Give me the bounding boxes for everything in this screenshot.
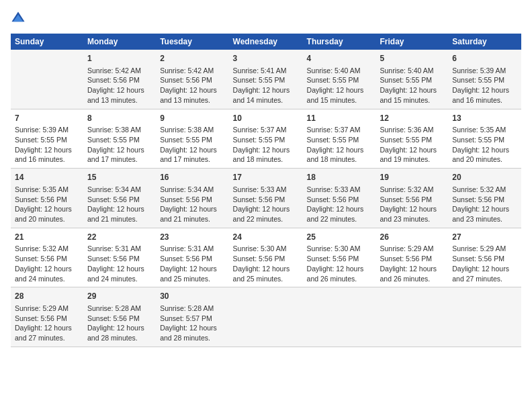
cell-4-5: 25Sunrise: 5:30 AM Sunset: 5:56 PM Dayli… [303,228,376,287]
day-number: 9 [160,113,224,124]
cell-info: Sunrise: 5:35 AM Sunset: 5:56 PM Dayligh… [15,185,79,224]
cell-info: Sunrise: 5:40 AM Sunset: 5:55 PM Dayligh… [380,66,444,105]
cell-info: Sunrise: 5:37 AM Sunset: 5:55 PM Dayligh… [233,125,299,165]
day-number: 28 [15,291,79,302]
cell-info: Sunrise: 5:29 AM Sunset: 5:56 PM Dayligh… [452,244,517,283]
cell-4-3: 23Sunrise: 5:31 AM Sunset: 5:56 PM Dayli… [156,228,228,287]
cell-4-1: 21Sunrise: 5:32 AM Sunset: 5:56 PM Dayli… [11,228,83,287]
cell-info: Sunrise: 5:30 AM Sunset: 5:56 PM Dayligh… [307,244,372,283]
day-number: 11 [307,113,372,124]
day-number: 4 [307,53,372,64]
cell-5-2: 29Sunrise: 5:28 AM Sunset: 5:56 PM Dayli… [83,287,156,347]
cell-info: Sunrise: 5:28 AM Sunset: 5:57 PM Dayligh… [160,304,224,343]
cell-info: Sunrise: 5:29 AM Sunset: 5:56 PM Dayligh… [15,304,79,343]
day-number: 23 [160,232,224,243]
day-number: 3 [233,53,299,64]
day-number: 14 [15,172,79,183]
day-number: 2 [160,53,224,64]
day-number: 13 [452,113,517,124]
cell-info: Sunrise: 5:32 AM Sunset: 5:56 PM Dayligh… [452,185,517,224]
day-number: 5 [380,53,444,64]
cell-2-2: 8Sunrise: 5:38 AM Sunset: 5:55 PM Daylig… [83,109,156,169]
cell-5-1: 28Sunrise: 5:29 AM Sunset: 5:56 PM Dayli… [11,287,83,347]
day-number: 30 [160,291,224,302]
col-header-sunday: Sunday [11,34,83,50]
day-number: 15 [87,172,152,183]
calendar-table: SundayMondayTuesdayWednesdayThursdayFrid… [11,34,521,347]
cell-info: Sunrise: 5:37 AM Sunset: 5:55 PM Dayligh… [307,125,372,165]
day-number: 20 [452,172,517,183]
col-header-friday: Friday [375,34,448,50]
day-number: 19 [380,172,444,183]
cell-info: Sunrise: 5:33 AM Sunset: 5:56 PM Dayligh… [307,185,372,224]
header [11,11,521,26]
cell-info: Sunrise: 5:39 AM Sunset: 5:55 PM Dayligh… [452,66,517,105]
cell-info: Sunrise: 5:30 AM Sunset: 5:56 PM Dayligh… [233,244,299,283]
day-number: 6 [452,53,517,64]
cell-info: Sunrise: 5:40 AM Sunset: 5:55 PM Dayligh… [307,66,372,105]
cell-info: Sunrise: 5:38 AM Sunset: 5:55 PM Dayligh… [160,125,224,165]
cell-5-6 [375,287,448,347]
cell-1-5: 4Sunrise: 5:40 AM Sunset: 5:55 PM Daylig… [303,50,376,109]
day-number: 12 [380,113,444,124]
week-row-1: 1Sunrise: 5:42 AM Sunset: 5:56 PM Daylig… [11,50,521,109]
cell-info: Sunrise: 5:33 AM Sunset: 5:56 PM Dayligh… [233,185,299,224]
cell-info: Sunrise: 5:31 AM Sunset: 5:56 PM Dayligh… [87,244,152,283]
day-number: 22 [87,232,152,243]
cell-info: Sunrise: 5:31 AM Sunset: 5:56 PM Dayligh… [160,244,224,283]
cell-2-4: 10Sunrise: 5:37 AM Sunset: 5:55 PM Dayli… [229,109,303,169]
cell-info: Sunrise: 5:38 AM Sunset: 5:55 PM Dayligh… [87,125,152,165]
header-row: SundayMondayTuesdayWednesdayThursdayFrid… [11,34,521,50]
cell-1-2: 1Sunrise: 5:42 AM Sunset: 5:56 PM Daylig… [83,50,156,109]
cell-info: Sunrise: 5:42 AM Sunset: 5:56 PM Dayligh… [87,66,152,105]
cell-5-5 [303,287,376,347]
cell-5-7 [448,287,521,347]
logo [11,11,28,26]
col-header-thursday: Thursday [303,34,376,50]
cell-info: Sunrise: 5:34 AM Sunset: 5:56 PM Dayligh… [87,185,152,224]
cell-info: Sunrise: 5:34 AM Sunset: 5:56 PM Dayligh… [160,185,224,224]
day-number: 7 [15,113,79,124]
cell-info: Sunrise: 5:29 AM Sunset: 5:56 PM Dayligh… [380,244,444,283]
cell-5-3: 30Sunrise: 5:28 AM Sunset: 5:57 PM Dayli… [156,287,228,347]
cell-3-4: 17Sunrise: 5:33 AM Sunset: 5:56 PM Dayli… [229,169,303,228]
day-number: 16 [160,172,224,183]
cell-4-4: 24Sunrise: 5:30 AM Sunset: 5:56 PM Dayli… [229,228,303,287]
cell-info: Sunrise: 5:35 AM Sunset: 5:55 PM Dayligh… [452,125,517,165]
cell-3-6: 19Sunrise: 5:32 AM Sunset: 5:56 PM Dayli… [375,169,448,228]
cell-2-3: 9Sunrise: 5:38 AM Sunset: 5:55 PM Daylig… [156,109,228,169]
col-header-tuesday: Tuesday [156,34,228,50]
day-number: 1 [87,53,152,64]
cell-3-1: 14Sunrise: 5:35 AM Sunset: 5:56 PM Dayli… [11,169,83,228]
cell-4-7: 27Sunrise: 5:29 AM Sunset: 5:56 PM Dayli… [448,228,521,287]
col-header-wednesday: Wednesday [229,34,303,50]
day-number: 17 [233,172,299,183]
cell-1-7: 6Sunrise: 5:39 AM Sunset: 5:55 PM Daylig… [448,50,521,109]
cell-3-3: 16Sunrise: 5:34 AM Sunset: 5:56 PM Dayli… [156,169,228,228]
week-row-2: 7Sunrise: 5:39 AM Sunset: 5:55 PM Daylig… [11,109,521,169]
cell-info: Sunrise: 5:39 AM Sunset: 5:55 PM Dayligh… [15,125,79,165]
week-row-5: 28Sunrise: 5:29 AM Sunset: 5:56 PM Dayli… [11,287,521,347]
cell-2-5: 11Sunrise: 5:37 AM Sunset: 5:55 PM Dayli… [303,109,376,169]
col-header-monday: Monday [83,34,156,50]
logo-icon [11,11,26,26]
day-number: 24 [233,232,299,243]
cell-4-6: 26Sunrise: 5:29 AM Sunset: 5:56 PM Dayli… [375,228,448,287]
col-header-saturday: Saturday [448,34,521,50]
cell-info: Sunrise: 5:32 AM Sunset: 5:56 PM Dayligh… [380,185,444,224]
cell-3-5: 18Sunrise: 5:33 AM Sunset: 5:56 PM Dayli… [303,169,376,228]
cell-2-7: 13Sunrise: 5:35 AM Sunset: 5:55 PM Dayli… [448,109,521,169]
cell-1-6: 5Sunrise: 5:40 AM Sunset: 5:55 PM Daylig… [375,50,448,109]
cell-3-2: 15Sunrise: 5:34 AM Sunset: 5:56 PM Dayli… [83,169,156,228]
cell-1-1 [11,50,83,109]
cell-2-6: 12Sunrise: 5:36 AM Sunset: 5:55 PM Dayli… [375,109,448,169]
cell-4-2: 22Sunrise: 5:31 AM Sunset: 5:56 PM Dayli… [83,228,156,287]
day-number: 10 [233,113,299,124]
day-number: 21 [15,232,79,243]
cell-5-4 [229,287,303,347]
week-row-3: 14Sunrise: 5:35 AM Sunset: 5:56 PM Dayli… [11,169,521,228]
cell-info: Sunrise: 5:32 AM Sunset: 5:56 PM Dayligh… [15,244,79,283]
day-number: 27 [452,232,517,243]
week-row-4: 21Sunrise: 5:32 AM Sunset: 5:56 PM Dayli… [11,228,521,287]
cell-1-4: 3Sunrise: 5:41 AM Sunset: 5:55 PM Daylig… [229,50,303,109]
